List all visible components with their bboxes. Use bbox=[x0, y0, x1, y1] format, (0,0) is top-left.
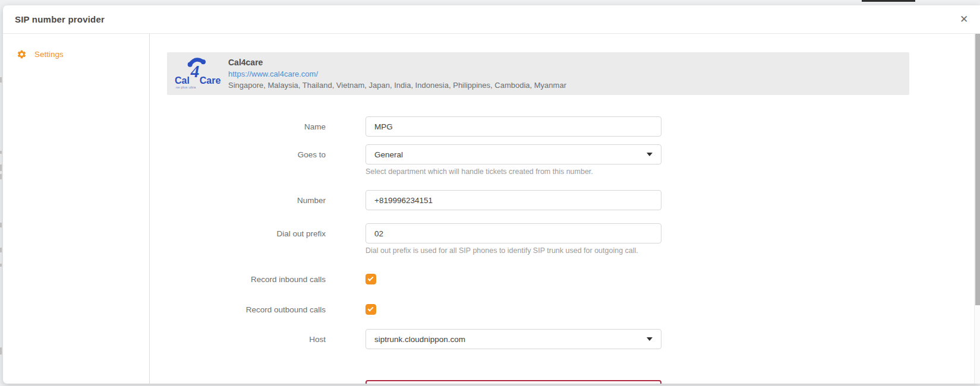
provider-banner: 4 Cal Care ne plus ultra Cal4care https:… bbox=[167, 52, 909, 95]
close-icon[interactable]: ✕ bbox=[957, 12, 971, 27]
chevron-down-icon bbox=[647, 337, 653, 341]
number-label: Number bbox=[167, 190, 326, 210]
form-row-record-inbound: Record inbound calls bbox=[167, 274, 980, 284]
modal-header: SIP number provider ✕ bbox=[3, 5, 980, 34]
background-edge-mark bbox=[0, 223, 2, 227]
sidebar-item-label: Settings bbox=[34, 50, 64, 59]
number-input[interactable] bbox=[365, 190, 661, 210]
host-select[interactable]: siptrunk.cloudnippon.com bbox=[365, 329, 661, 349]
dial-out-prefix-label: Dial out prefix bbox=[167, 223, 326, 243]
background-dark-bar bbox=[862, 0, 915, 2]
record-outbound-checkbox[interactable] bbox=[365, 304, 376, 315]
background-edge-mark bbox=[0, 174, 2, 179]
provider-info: Cal4care https://www.cal4care.com/ Singa… bbox=[228, 58, 566, 90]
modal-title: SIP number provider bbox=[15, 14, 105, 24]
checkmark-icon bbox=[368, 276, 374, 281]
form-row-number: Number bbox=[167, 190, 980, 210]
provider-url-link[interactable]: https://www.cal4care.com/ bbox=[228, 69, 566, 78]
svg-text:Cal: Cal bbox=[175, 75, 190, 86]
modal-body: Settings 4 Cal Care ne plus ultra bbox=[3, 34, 980, 384]
record-outbound-label: Record outbound calls bbox=[167, 304, 326, 315]
background-edge-mark bbox=[0, 77, 2, 83]
form-row-record-outbound: Record outbound calls bbox=[167, 304, 980, 315]
goes-to-selected-value: General bbox=[374, 150, 403, 159]
form-row-name: Name bbox=[167, 116, 980, 137]
host-selected-value: siptrunk.cloudnippon.com bbox=[374, 335, 465, 344]
host-label: Host bbox=[167, 329, 326, 349]
name-label: Name bbox=[167, 116, 326, 137]
background-edge-mark bbox=[0, 164, 2, 171]
background-edge-mark bbox=[0, 347, 2, 355]
goes-to-hint: Select department which will handle tick… bbox=[365, 167, 661, 176]
vertical-scrollbar[interactable] bbox=[974, 34, 980, 384]
background-edge-mark bbox=[0, 264, 2, 267]
record-inbound-label: Record inbound calls bbox=[167, 274, 326, 284]
error-input[interactable] bbox=[365, 380, 661, 384]
checkmark-icon bbox=[368, 306, 374, 312]
scrollbar-thumb[interactable] bbox=[975, 34, 980, 305]
svg-text:Care: Care bbox=[200, 75, 221, 86]
background-edge-mark bbox=[0, 151, 2, 154]
chevron-down-icon bbox=[647, 153, 653, 156]
svg-text:ne plus ultra: ne plus ultra bbox=[176, 85, 196, 89]
form-row-goes-to: Goes to General Select department which … bbox=[167, 144, 980, 176]
svg-text:4: 4 bbox=[190, 62, 200, 81]
provider-countries: Singapore, Malaysia, Thailand, Vietnam, … bbox=[228, 81, 566, 90]
settings-panel: 4 Cal Care ne plus ultra Cal4care https:… bbox=[150, 34, 980, 384]
cal4care-logo-icon: 4 Cal Care ne plus ultra bbox=[174, 55, 223, 92]
sidebar: Settings bbox=[3, 34, 150, 384]
form-row-error-field bbox=[167, 380, 980, 384]
name-input[interactable] bbox=[365, 116, 661, 137]
goes-to-label: Goes to bbox=[167, 144, 326, 164]
record-inbound-checkbox[interactable] bbox=[365, 274, 376, 284]
sidebar-item-settings[interactable]: Settings bbox=[3, 46, 149, 63]
background-edge-mark bbox=[0, 248, 2, 252]
goes-to-select[interactable]: General bbox=[365, 144, 661, 164]
dial-out-prefix-input[interactable] bbox=[365, 223, 661, 243]
form-row-host: Host siptrunk.cloudnippon.com bbox=[167, 329, 980, 349]
sip-number-provider-modal: SIP number provider ✕ Settings 4 bbox=[3, 5, 980, 384]
form-row-dial-out-prefix: Dial out prefix Dial out prefix is used … bbox=[167, 223, 980, 255]
gear-icon bbox=[17, 49, 27, 59]
dial-out-prefix-hint: Dial out prefix is used for all SIP phon… bbox=[365, 246, 661, 255]
provider-name: Cal4care bbox=[228, 58, 566, 67]
